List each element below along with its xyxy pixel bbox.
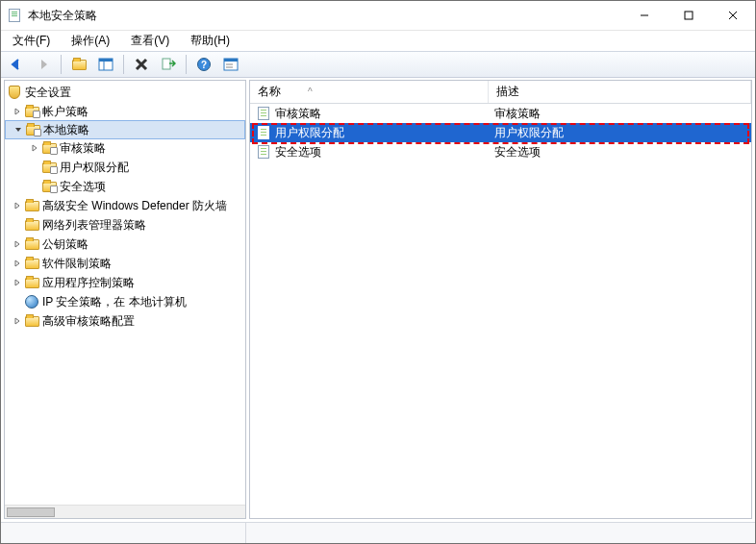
tree-label: 公钥策略 bbox=[42, 236, 88, 253]
policy-icon bbox=[256, 144, 271, 160]
menu-view[interactable]: 查看(V) bbox=[127, 31, 173, 51]
folder-icon bbox=[41, 179, 57, 194]
tree-label: 高级安全 Windows Defender 防火墙 bbox=[42, 198, 227, 214]
tree-item-netlist[interactable]: 网络列表管理器策略 bbox=[5, 215, 245, 235]
properties-button[interactable] bbox=[219, 53, 242, 76]
window-controls bbox=[622, 1, 755, 30]
shield-icon bbox=[7, 85, 22, 100]
status-bar bbox=[1, 522, 755, 543]
list-item[interactable]: 审核策略 审核策略 bbox=[250, 104, 751, 123]
toolbar-separator bbox=[186, 55, 187, 74]
menu-file[interactable]: 文件(F) bbox=[9, 31, 54, 51]
tree-item-audit[interactable]: 审核策略 bbox=[5, 138, 245, 158]
item-desc: 审核策略 bbox=[489, 106, 751, 122]
tree-label: 安全选项 bbox=[60, 179, 106, 195]
column-desc[interactable]: 描述 bbox=[489, 81, 751, 103]
status-left bbox=[4, 523, 246, 543]
folder-icon bbox=[41, 140, 57, 156]
horizontal-scrollbar[interactable] bbox=[5, 505, 245, 518]
export-button[interactable] bbox=[157, 53, 180, 76]
forward-button[interactable] bbox=[32, 53, 55, 76]
svg-rect-5 bbox=[99, 59, 113, 62]
item-name: 审核策略 bbox=[275, 106, 321, 122]
folder-icon bbox=[41, 160, 57, 175]
chevron-right-icon[interactable] bbox=[11, 257, 24, 270]
show-hide-tree-button[interactable] bbox=[94, 53, 117, 76]
back-button[interactable] bbox=[5, 53, 28, 76]
tree-item-ipsec[interactable]: IP 安全策略，在 本地计算机 bbox=[5, 292, 245, 311]
tree-item-local[interactable]: 本地策略 bbox=[5, 120, 245, 139]
tree-item-pubkey[interactable]: 公钥策略 bbox=[5, 235, 245, 254]
menu-action[interactable]: 操作(A) bbox=[67, 31, 113, 51]
list-pane: 名称^ 描述 审核策略 审核策略 用户权限分配 用户权限分配 安全选项 安全选项 bbox=[249, 80, 752, 519]
item-name: 用户权限分配 bbox=[275, 125, 344, 141]
toolbar-separator bbox=[61, 55, 62, 74]
tree-item-swrest[interactable]: 软件限制策略 bbox=[5, 254, 245, 273]
tree-root[interactable]: 安全设置 bbox=[5, 83, 245, 102]
delete-button[interactable] bbox=[130, 53, 153, 76]
tree-label: 应用程序控制策略 bbox=[42, 275, 135, 291]
item-desc: 安全选项 bbox=[489, 144, 751, 161]
list-header: 名称^ 描述 bbox=[250, 81, 751, 104]
column-label: 描述 bbox=[496, 84, 519, 100]
chevron-right-icon[interactable] bbox=[11, 314, 24, 328]
title-bar: 本地安全策略 bbox=[1, 1, 755, 30]
app-window: 本地安全策略 文件(F) 操作(A) 查看(V) 帮助(H) bbox=[0, 0, 756, 544]
folder-icon bbox=[24, 217, 39, 233]
tree-item-advaudit[interactable]: 高级审核策略配置 bbox=[5, 311, 245, 331]
minimize-button[interactable] bbox=[622, 1, 667, 30]
tree-label: 审核策略 bbox=[60, 140, 106, 157]
tree-label: IP 安全策略，在 本地计算机 bbox=[42, 294, 187, 310]
globe-icon bbox=[24, 294, 39, 309]
folder-icon bbox=[25, 122, 40, 137]
list-item[interactable]: 安全选项 安全选项 bbox=[250, 142, 751, 161]
item-name: 安全选项 bbox=[275, 144, 321, 161]
svg-rect-9 bbox=[163, 59, 170, 69]
folder-icon bbox=[24, 104, 39, 119]
scrollbar-thumb[interactable] bbox=[7, 507, 55, 517]
tree-label: 本地策略 bbox=[43, 122, 89, 138]
tree-item-rights[interactable]: 用户权限分配 bbox=[5, 158, 245, 177]
app-icon bbox=[7, 8, 22, 23]
tree-item-appctrl[interactable]: 应用程序控制策略 bbox=[5, 273, 245, 292]
close-button[interactable] bbox=[711, 1, 755, 30]
tree[interactable]: 安全设置 帐户策略 本地策略 bbox=[5, 81, 245, 505]
tree-item-defender[interactable]: 高级安全 Windows Defender 防火墙 bbox=[5, 196, 245, 215]
tree-item-account[interactable]: 帐户策略 bbox=[5, 102, 245, 121]
list-item[interactable]: 用户权限分配 用户权限分配 bbox=[250, 123, 751, 142]
tree-label: 软件限制策略 bbox=[42, 256, 112, 272]
folder-icon bbox=[24, 198, 39, 213]
tree-item-secopt[interactable]: 安全选项 bbox=[5, 177, 245, 196]
chevron-right-icon[interactable] bbox=[11, 199, 24, 212]
up-button[interactable] bbox=[67, 53, 90, 76]
status-right bbox=[246, 523, 752, 543]
menu-help[interactable]: 帮助(H) bbox=[187, 31, 234, 51]
help-button[interactable]: ? bbox=[192, 53, 215, 76]
svg-rect-13 bbox=[224, 59, 238, 62]
tree-label: 安全设置 bbox=[25, 85, 71, 101]
column-name[interactable]: 名称^ bbox=[250, 81, 489, 103]
toolbar-separator bbox=[123, 55, 124, 74]
item-desc: 用户权限分配 bbox=[489, 125, 751, 141]
svg-rect-1 bbox=[685, 12, 693, 19]
maximize-button[interactable] bbox=[667, 1, 711, 30]
folder-icon bbox=[24, 256, 39, 271]
tree-label: 用户权限分配 bbox=[60, 160, 129, 176]
chevron-right-icon[interactable] bbox=[11, 276, 24, 289]
chevron-right-icon[interactable] bbox=[28, 141, 41, 155]
folder-icon bbox=[24, 313, 39, 329]
chevron-down-icon[interactable] bbox=[12, 123, 25, 136]
chevron-right-icon[interactable] bbox=[11, 105, 24, 118]
list-body[interactable]: 审核策略 审核策略 用户权限分配 用户权限分配 安全选项 安全选项 bbox=[250, 104, 751, 518]
column-label: 名称 bbox=[258, 84, 281, 100]
policy-icon bbox=[256, 125, 271, 140]
policy-icon bbox=[256, 106, 271, 121]
content-area: 安全设置 帐户策略 本地策略 bbox=[1, 78, 755, 522]
tree-label: 高级审核策略配置 bbox=[42, 313, 135, 330]
folder-icon bbox=[24, 275, 39, 290]
chevron-right-icon[interactable] bbox=[11, 237, 24, 251]
toolbar: ? bbox=[1, 51, 755, 78]
svg-text:?: ? bbox=[201, 60, 207, 70]
tree-label: 帐户策略 bbox=[42, 104, 88, 120]
sort-indicator-icon: ^ bbox=[308, 87, 313, 97]
